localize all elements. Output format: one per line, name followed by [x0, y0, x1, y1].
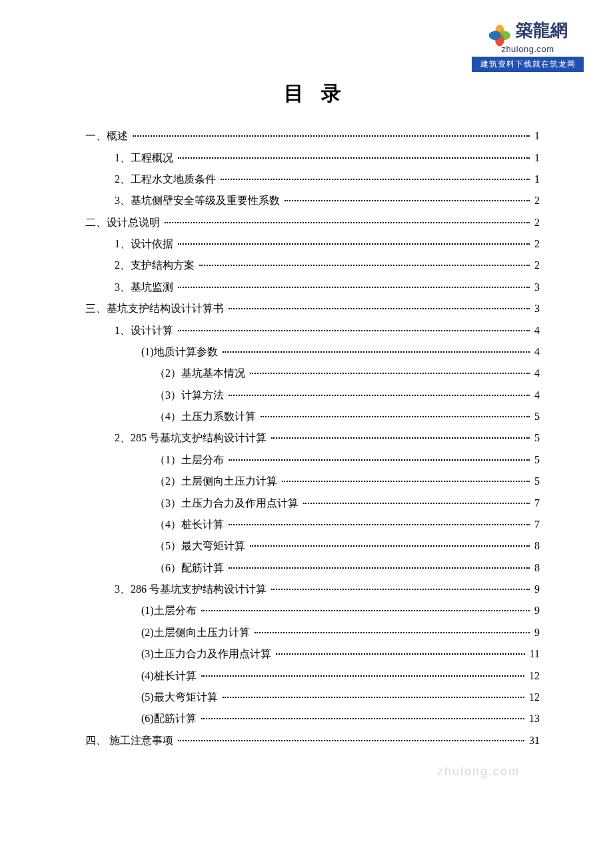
- toc-label: （4）土压力系数计算: [155, 411, 259, 422]
- toc-label: 三、基坑支护结构设计计算书: [85, 303, 227, 314]
- toc-page: 31: [526, 735, 540, 746]
- toc-label: 1、工程概况: [115, 153, 176, 163]
- toc-page: 4: [532, 325, 540, 336]
- toc-leader: [229, 524, 530, 525]
- petal-4: [489, 31, 501, 40]
- toc-row: (3)土压力合力及作用点计算11: [85, 644, 540, 664]
- toc-row: （2）基坑基本情况4: [85, 363, 540, 383]
- toc-leader: [178, 330, 530, 331]
- toc-leader: [223, 697, 524, 698]
- toc-leader: [282, 481, 530, 482]
- toc-leader: [201, 718, 524, 719]
- toc-label: （6）配筋计算: [155, 563, 227, 573]
- toc-page: 7: [532, 498, 540, 509]
- toc-page: 2: [532, 217, 540, 228]
- toc-page: 9: [532, 605, 540, 616]
- toc-leader: [303, 503, 530, 504]
- toc-row: 1、工程概况1: [85, 147, 540, 167]
- toc-leader: [221, 179, 530, 180]
- toc-leader: [133, 135, 530, 137]
- toc-page: 1: [532, 131, 540, 141]
- toc-leader: [199, 265, 530, 266]
- page-title: 目录: [103, 80, 540, 107]
- toc-leader: [261, 416, 530, 417]
- toc-page: 2: [532, 239, 540, 249]
- toc-page: 2: [532, 260, 540, 271]
- toc-label: （1）土层分布: [155, 455, 227, 465]
- logo-brand-cn: 築龍網: [516, 22, 568, 39]
- toc-row: (4)桩长计算12: [85, 665, 540, 685]
- toc-page: 11: [527, 649, 540, 659]
- toc-label: （2）土层侧向土压力计算: [155, 476, 280, 487]
- toc-label: 2、支护结构方案: [115, 260, 197, 271]
- toc-page: 8: [532, 563, 540, 573]
- toc-row: （3）计算方法4: [85, 385, 540, 405]
- toc-row: （1）土层分布5: [85, 450, 540, 470]
- toc-leader: [271, 589, 530, 590]
- toc-row: 四、 施工注意事项31: [85, 731, 540, 751]
- toc-label: 二、设计总说明: [85, 217, 163, 228]
- toc-page: 5: [532, 411, 540, 422]
- toc-page: 12: [526, 692, 540, 703]
- toc-row: 一、概述1: [85, 126, 540, 146]
- toc-label: 一、概述: [85, 131, 131, 141]
- toc-leader: [223, 351, 530, 353]
- toc-row: （2）土层侧向土压力计算5: [85, 471, 540, 491]
- toc-label: （3）计算方法: [155, 390, 227, 401]
- toc-page: 5: [532, 433, 540, 443]
- toc-page: 5: [532, 455, 540, 465]
- toc-label: 1、设计依据: [115, 239, 176, 249]
- toc-page: 3: [532, 303, 540, 314]
- toc-label: (3)土压力合力及作用点计算: [141, 649, 274, 659]
- logo-brand-en: zhulong.com: [472, 44, 584, 54]
- toc-label: 2、285 号基坑支护结构设计计算: [115, 433, 269, 443]
- logo-top-row: 築龍網: [472, 19, 584, 43]
- toc-label: (6)配筋计算: [141, 713, 199, 724]
- toc-row: (6)配筋计算13: [85, 709, 540, 729]
- toc-row: (1)土层分布9: [85, 601, 540, 621]
- toc-label: （5）最大弯矩计算: [155, 541, 248, 551]
- toc-leader: [229, 395, 530, 396]
- toc-leader: [165, 222, 530, 223]
- toc-leader: [250, 545, 530, 547]
- toc-row: 3、286 号基坑支护结构设计计算9: [85, 579, 540, 599]
- toc-label: 2、工程水文地质条件: [115, 174, 219, 185]
- toc-row: （3）土压力合力及作用点计算7: [85, 493, 540, 513]
- toc-page: 12: [526, 671, 540, 681]
- toc-leader: [201, 610, 530, 611]
- toc-page: 1: [532, 153, 540, 163]
- toc-page: 4: [532, 390, 540, 401]
- toc-row: 3、基坑侧壁安全等级及重要性系数2: [85, 191, 540, 211]
- toc-label: (1)地质计算参数: [141, 347, 221, 357]
- toc-leader: [250, 373, 530, 374]
- toc-page: 13: [526, 713, 540, 724]
- toc-row: 2、285 号基坑支护结构设计计算5: [85, 428, 540, 448]
- toc-row: （4）桩长计算7: [85, 515, 540, 535]
- toc-row: （4）土压力系数计算5: [85, 407, 540, 427]
- toc-page: 3: [532, 282, 540, 293]
- toc-row: 1、设计计算4: [85, 320, 540, 340]
- watermark: zhulong.com: [437, 765, 520, 779]
- toc-page: 1: [532, 174, 540, 185]
- toc-label: （2）基坑基本情况: [155, 368, 248, 379]
- toc-page: 8: [532, 541, 540, 551]
- toc-label: (2)土层侧向土压力计算: [141, 627, 253, 638]
- toc-leader: [255, 632, 530, 633]
- pinwheel-icon: [488, 19, 512, 43]
- toc-leader: [178, 157, 530, 159]
- logo-banner: 建筑资料下载就在筑龙网: [472, 57, 584, 72]
- toc-row: (2)土层侧向土压力计算9: [85, 623, 540, 643]
- toc-label: （3）土压力合力及作用点计算: [155, 498, 301, 509]
- toc-leader: [201, 675, 524, 677]
- toc-row: 2、工程水文地质条件1: [85, 169, 540, 189]
- toc-label: 1、设计计算: [115, 325, 176, 336]
- toc-row: 1、设计依据2: [85, 234, 540, 254]
- toc-page: 2: [532, 195, 540, 206]
- toc-label: （4）桩长计算: [155, 519, 227, 530]
- toc-row: (5)最大弯矩计算12: [85, 687, 540, 707]
- toc-row: 二、设计总说明2: [85, 213, 540, 233]
- document-page: 築龍網 zhulong.com 建筑资料下载就在筑龙网 目录 一、概述11、工程…: [0, 0, 613, 868]
- toc-row: (1)地质计算参数4: [85, 342, 540, 362]
- toc-label: 3、基坑监测: [115, 282, 176, 293]
- toc-page: 4: [532, 368, 540, 379]
